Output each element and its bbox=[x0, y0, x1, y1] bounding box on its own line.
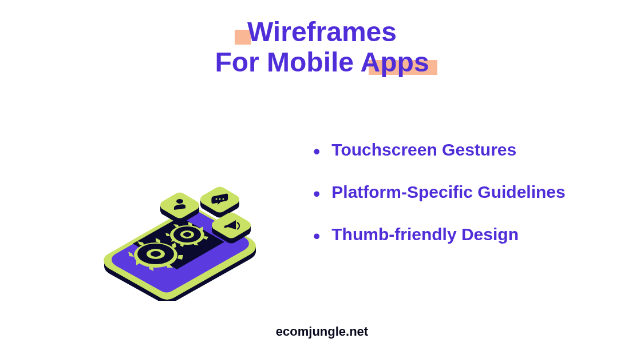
svg-point-10 bbox=[219, 198, 221, 200]
content-row: Touchscreen Gestures Platform-Specific G… bbox=[0, 106, 644, 301]
bullet-item: Touchscreen Gestures bbox=[313, 140, 565, 160]
svg-point-8 bbox=[176, 199, 183, 204]
bullet-item: Platform-Specific Guidelines bbox=[313, 182, 565, 202]
svg-point-9 bbox=[216, 198, 218, 200]
feature-bullet-list: Touchscreen Gestures Platform-Specific G… bbox=[313, 140, 565, 267]
svg-point-11 bbox=[223, 198, 224, 200]
page-title-line-2: For Mobile Apps bbox=[215, 47, 429, 78]
bullet-item: Thumb-friendly Design bbox=[313, 225, 565, 244]
footer-site-label: ecomjungle.net bbox=[0, 324, 644, 339]
title-line-1-wrap: Wireframes bbox=[247, 17, 397, 47]
svg-point-3 bbox=[151, 251, 161, 257]
title-line-2-wrap: For Mobile Apps bbox=[215, 47, 429, 78]
phone-isometric-illustration bbox=[78, 106, 267, 301]
header: Wireframes For Mobile Apps bbox=[0, 0, 644, 78]
svg-point-7 bbox=[183, 232, 191, 237]
page-title-line-1: Wireframes bbox=[247, 17, 397, 47]
